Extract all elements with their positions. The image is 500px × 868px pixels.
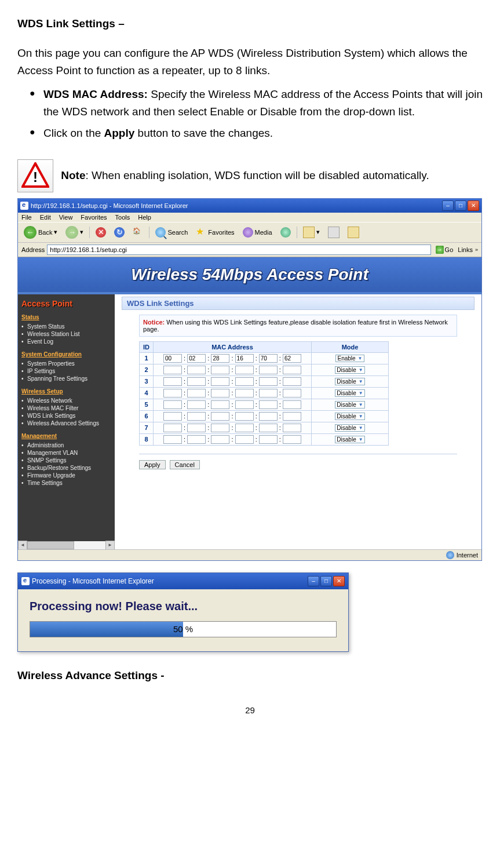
sidebar-item[interactable]: Spanning Tree Settings <box>21 375 111 382</box>
media-button[interactable]: Media <box>240 226 275 239</box>
mac-octet-input[interactable] <box>163 412 182 421</box>
maximize-button[interactable]: □ <box>455 200 466 211</box>
menu-help[interactable]: Help <box>138 214 151 221</box>
history-button[interactable] <box>278 226 293 239</box>
mac-octet-input[interactable] <box>283 412 301 421</box>
mac-octet-input[interactable] <box>187 389 206 397</box>
mac-octet-input[interactable] <box>235 435 254 444</box>
sidebar-scrollbar[interactable]: ◄ ► <box>18 541 115 549</box>
sidebar-head[interactable]: Status <box>21 314 111 320</box>
mac-octet-input[interactable] <box>259 377 278 386</box>
edit-button[interactable] <box>345 225 362 239</box>
mac-octet-input[interactable] <box>235 354 254 363</box>
sidebar-item[interactable]: System Properties <box>21 360 111 367</box>
mac-octet-input[interactable] <box>235 424 254 432</box>
mac-octet-input[interactable] <box>211 366 229 374</box>
menu-view[interactable]: View <box>59 214 73 221</box>
mac-octet-input[interactable] <box>187 366 206 374</box>
close-button[interactable]: ✕ <box>468 200 479 211</box>
mac-octet-input[interactable] <box>259 412 278 421</box>
scroll-right-icon[interactable]: ► <box>105 541 115 549</box>
mac-octet-input[interactable] <box>235 389 254 397</box>
mac-octet-input[interactable] <box>211 424 229 432</box>
mac-octet-input[interactable] <box>283 400 301 409</box>
mac-octet-input[interactable] <box>187 424 206 432</box>
sidebar-item[interactable]: Firmware Upgrade <box>21 472 111 479</box>
sidebar-item[interactable]: Wireless MAC Filter <box>21 404 111 412</box>
mac-octet-input[interactable] <box>163 377 182 386</box>
sidebar-head[interactable]: Management <box>21 433 111 439</box>
sidebar-item[interactable]: Administration <box>21 442 111 449</box>
mac-octet-input[interactable] <box>163 400 182 409</box>
sidebar-item[interactable]: Time Settings <box>21 479 111 487</box>
refresh-button[interactable]: ↻ <box>112 226 127 239</box>
sidebar-item[interactable]: Backup/Restore Settings <box>21 464 111 472</box>
sidebar-item[interactable]: System Status <box>21 323 111 330</box>
mac-octet-input[interactable] <box>259 400 278 409</box>
mode-select[interactable]: Disable▼ <box>335 401 364 409</box>
sidebar-item[interactable]: IP Settings <box>21 367 111 375</box>
menu-tools[interactable]: Tools <box>115 214 130 221</box>
mac-octet-input[interactable] <box>211 435 229 444</box>
mac-octet-input[interactable] <box>187 377 206 386</box>
mac-octet-input[interactable] <box>235 377 254 386</box>
minimize-button[interactable]: – <box>442 200 454 211</box>
dialog-maximize-button[interactable]: □ <box>320 576 332 586</box>
sidebar-head[interactable]: Wireless Setup <box>21 388 111 395</box>
stop-button[interactable]: ✕ <box>93 226 108 239</box>
mac-octet-input[interactable] <box>235 412 254 421</box>
mac-octet-input[interactable] <box>211 354 229 363</box>
back-button[interactable]: ←Back ▾ <box>21 225 60 240</box>
cancel-button[interactable]: Cancel <box>170 460 200 469</box>
mode-select[interactable]: Disable▼ <box>335 378 364 385</box>
scroll-left-icon[interactable]: ◄ <box>18 541 27 549</box>
mac-octet-input[interactable] <box>211 412 229 421</box>
mail-button[interactable]: ▾ <box>301 225 322 239</box>
mac-octet-input[interactable] <box>259 389 278 397</box>
mac-octet-input[interactable] <box>211 400 229 409</box>
mac-octet-input[interactable] <box>283 389 301 397</box>
mac-octet-input[interactable] <box>187 412 206 421</box>
mac-octet-input[interactable] <box>163 389 182 397</box>
mac-octet-input[interactable] <box>259 424 278 432</box>
mac-octet-input[interactable] <box>259 354 278 363</box>
home-button[interactable]: 🏠 <box>130 226 145 239</box>
mac-octet-input[interactable] <box>163 366 182 374</box>
mac-octet-input[interactable] <box>235 366 254 374</box>
menu-favorites[interactable]: Favorites <box>81 214 107 221</box>
mode-select[interactable]: Disable▼ <box>335 436 364 443</box>
forward-button[interactable]: →▾ <box>63 225 86 240</box>
mode-select[interactable]: Disable▼ <box>335 424 364 432</box>
sidebar-item[interactable]: Wireless Network <box>21 397 111 404</box>
go-button[interactable]: →Go <box>433 245 456 254</box>
mac-octet-input[interactable] <box>163 354 182 363</box>
mac-octet-input[interactable] <box>283 366 301 374</box>
mac-octet-input[interactable] <box>163 424 182 432</box>
sidebar-item[interactable]: SNMP Settings <box>21 457 111 464</box>
apply-button[interactable]: Apply <box>139 460 166 469</box>
menu-edit[interactable]: Edit <box>40 214 51 221</box>
mac-octet-input[interactable] <box>187 354 206 363</box>
dialog-close-button[interactable]: ✕ <box>333 576 345 586</box>
sidebar-item[interactable]: Management VLAN <box>21 449 111 457</box>
mode-select[interactable]: Disable▼ <box>335 389 364 397</box>
menu-file[interactable]: File <box>21 214 32 221</box>
mac-octet-input[interactable] <box>283 354 301 363</box>
search-button[interactable]: Search <box>153 226 190 239</box>
mac-octet-input[interactable] <box>259 366 278 374</box>
sidebar-item[interactable]: Wireless Advanced Settings <box>21 420 111 427</box>
mac-octet-input[interactable] <box>187 435 206 444</box>
mac-octet-input[interactable] <box>259 435 278 444</box>
mac-octet-input[interactable] <box>283 424 301 432</box>
sidebar-item[interactable]: Event Log <box>21 338 111 345</box>
print-button[interactable] <box>326 225 342 239</box>
mode-select[interactable]: Disable▼ <box>335 366 364 374</box>
mac-octet-input[interactable] <box>283 435 301 444</box>
mode-select[interactable]: Enable▼ <box>335 355 364 362</box>
mac-octet-input[interactable] <box>211 389 229 397</box>
address-input[interactable] <box>47 245 430 255</box>
sidebar-item[interactable]: WDS Link Settings <box>21 412 111 420</box>
dialog-minimize-button[interactable]: – <box>308 576 319 586</box>
mac-octet-input[interactable] <box>211 377 229 386</box>
sidebar-head[interactable]: System Configuration <box>21 351 111 358</box>
